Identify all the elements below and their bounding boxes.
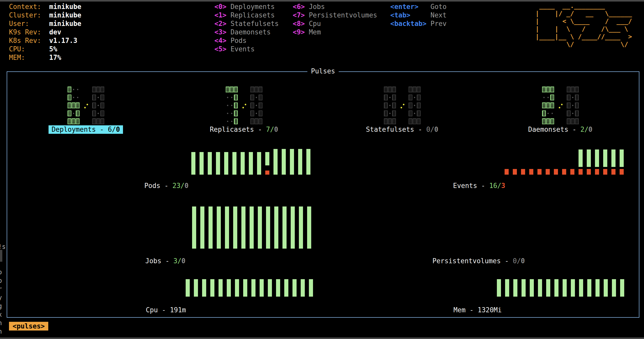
gauge-label: Daemonsets - 2/0: [528, 125, 592, 134]
pulse-bar: [563, 279, 567, 297]
pulse-bar: [208, 152, 212, 175]
pulse-bar: [200, 206, 204, 249]
pulse-bar: [232, 152, 236, 175]
gauge-slash-separator: [238, 86, 250, 125]
menu-item-prev[interactable]: <backtab> Prev: [390, 20, 447, 28]
cluster-info-row: K8s Rev: v1.17.3: [9, 36, 81, 45]
pulse-bar: [603, 149, 607, 175]
cluster-info-row: MEM: 17%: [9, 53, 81, 62]
hotkey-menu-column-3: <enter> Goto<tab> Next<backtab> Prev: [390, 3, 447, 28]
pulse-bar: [249, 152, 253, 175]
events-chart-label: Events - 16/3: [453, 182, 505, 190]
menu-item-replicasets[interactable]: <1> Replicasets: [214, 11, 279, 20]
pulse-bar: [538, 279, 542, 297]
pulse-bar: [307, 206, 311, 249]
pulse-gauge-deployments[interactable]: Deployments - 6/0: [7, 86, 165, 134]
pulse-chart-cpu[interactable]: [186, 279, 313, 297]
pulse-bar: [579, 149, 583, 175]
gauge-digit: [250, 86, 262, 125]
pulse-bar: [233, 206, 237, 249]
pulse-bar: [571, 279, 575, 297]
cluster-info: Context: minikubeCluster: minikubeUser: …: [9, 3, 81, 62]
pulse-bar: [186, 279, 190, 297]
pulse-chart-jobs[interactable]: [192, 206, 311, 249]
pulse-bar: [260, 279, 264, 297]
hotkey-menu-column-1: <0> Deployments<1> Replicasets<2> Statef…: [214, 3, 279, 53]
pulse-bar: [282, 149, 286, 175]
pulse-bar: [611, 149, 615, 175]
pulse-bar: [562, 169, 566, 175]
pulse-bar: [191, 152, 195, 175]
menu-item-events[interactable]: <5> Events: [214, 45, 279, 53]
pulse-bar: [554, 169, 558, 175]
pulse-bar: [291, 206, 295, 249]
pulse-bar: [284, 279, 288, 297]
pulse-bar: [241, 152, 245, 175]
pulse-bar: [209, 206, 213, 249]
gauge-label: Replicasets - 7/0: [210, 125, 278, 134]
pulse-bar: [250, 206, 254, 249]
persistentvolumes-chart-label: Persistentvolumes - 0/0: [432, 257, 525, 265]
pulse-bar: [210, 279, 214, 297]
pulse-bar: [497, 279, 501, 297]
menu-item-cpu[interactable]: <8> Cpu: [293, 20, 377, 28]
menu-item-goto[interactable]: <enter> Goto: [390, 3, 447, 11]
window-edge-top: [0, 0, 644, 2]
pulse-bar: [309, 279, 313, 297]
gauge-label: Statefulsets - 0/0: [366, 125, 438, 134]
menu-item-persistentvolumes[interactable]: <7> Persistentvolumes: [293, 11, 377, 20]
menu-item-statefulsets[interactable]: <2> Statefulsets: [214, 20, 279, 28]
pulse-bar: [235, 279, 239, 297]
pulse-bar: [604, 279, 608, 297]
menu-item-pods[interactable]: <4> Pods: [214, 36, 279, 45]
pulse-bar: [227, 279, 231, 297]
left-edge-artifact-block: [0, 250, 2, 262]
gauge-digit: [225, 86, 238, 125]
pods-chart-label: Pods - 23/0: [144, 182, 188, 190]
pulse-bar: [274, 206, 278, 249]
pulse-bar: [306, 149, 310, 175]
menu-item-jobs[interactable]: <6> Jobs: [293, 3, 377, 11]
pulse-bar: [620, 149, 624, 175]
pulse-bar: [219, 279, 223, 297]
pulse-bar: [225, 206, 229, 249]
menu-item-mem[interactable]: <9> Mem: [293, 28, 377, 36]
menu-item-deployments[interactable]: <0> Deployments: [214, 3, 279, 11]
pulse-chart-pods[interactable]: [191, 149, 310, 175]
pulse-chart-events[interactable]: [505, 149, 624, 175]
mem-chart-label: Mem - 1320Mi: [453, 306, 502, 314]
pulse-gauge-statefulsets[interactable]: Statefulsets - 0/0: [323, 86, 481, 134]
pulse-bar: [554, 279, 558, 297]
pulse-bar: [202, 279, 206, 297]
pulse-bar: [290, 149, 294, 175]
cluster-info-row: Cluster: minikube: [9, 11, 81, 20]
gauge-slash-separator: [396, 86, 408, 125]
gauge-label: Deployments - 6/0: [49, 125, 123, 134]
pulse-bar: [587, 149, 591, 175]
pulse-bar: [251, 279, 255, 297]
menu-item-daemonsets[interactable]: <3> Daemonsets: [214, 28, 279, 36]
gauge-digit: [408, 86, 421, 125]
pulse-chart-mem[interactable]: [497, 279, 624, 297]
pulse-bar: [217, 206, 221, 249]
gauge-digit: [542, 86, 554, 125]
pulse-bar: [224, 152, 228, 175]
pulse-bar: [546, 279, 550, 297]
pulse-bar: [273, 149, 278, 175]
menu-item-next[interactable]: <tab> Next: [390, 11, 447, 20]
cluster-info-row: Context: minikube: [9, 3, 81, 11]
pulse-bar: [266, 206, 270, 249]
pulse-gauge-replicasets[interactable]: Replicasets - 7/0: [165, 86, 323, 134]
pulses-crumb-badge[interactable]: <pulses>: [9, 322, 48, 331]
cluster-info-row: K9s Rev: dev: [9, 28, 81, 36]
pulse-bar: [243, 279, 247, 297]
pulse-bar: [268, 279, 272, 297]
pulse-bar: [513, 169, 517, 175]
pulse-bar: [521, 169, 525, 175]
terminal-screen: Context: minikubeCluster: minikubeUser: …: [0, 0, 644, 339]
hotkey-menu-column-2: <6> Jobs<7> Persistentvolumes<8> Cpu<9> …: [293, 3, 377, 36]
pulse-bar: [505, 279, 509, 297]
pulse-gauge-daemonsets[interactable]: Daemonsets - 2/0: [481, 86, 639, 134]
pulse-bar: [612, 279, 616, 297]
pulse-bar: [620, 279, 624, 297]
